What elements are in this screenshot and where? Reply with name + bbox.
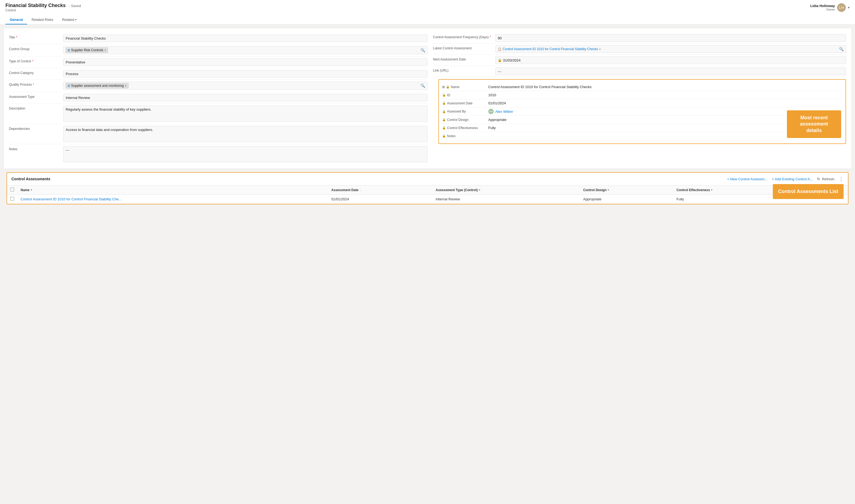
ca-annotation: Control Assessments List	[773, 184, 843, 199]
record-saved-status: - Saved	[69, 4, 81, 8]
field-quality-process: Quality Process * ⊞ Supplier assessment …	[9, 80, 427, 92]
table-header-assessment-type[interactable]: Assessment Type (Control) ▾	[432, 185, 580, 195]
refresh-button[interactable]: ↻ Refresh	[817, 177, 834, 181]
field-next-assessment: Next Assessment Date 🔒 31/03/2024	[433, 55, 846, 66]
ca-actions: + New Control Assessm... + Add Existing …	[727, 176, 843, 182]
dependencies-value[interactable]: Access to financial data and cooperation…	[63, 126, 427, 142]
description-label: Description	[9, 106, 63, 110]
latest-ca-tag-wrap: 📋 Control Assessment ID 1010 for Control…	[498, 47, 601, 51]
next-assessment-value[interactable]: 🔒 31/03/2024	[495, 56, 846, 64]
ap-row-assessment-date: 🔒 Assessment Date 01/01/2024	[442, 99, 842, 107]
control-group-value[interactable]: ⊞ Supplier Risk Controls × 🔍	[63, 46, 427, 54]
user-details: Lidia Holloway Owner	[810, 4, 835, 11]
control-category-value[interactable]: Process	[63, 70, 427, 77]
field-control-group: Control Group ⊞ Supplier Risk Controls ×…	[9, 44, 427, 56]
latest-ca-link[interactable]: Control Assessment ID 1010 for Control F…	[503, 47, 598, 51]
quality-process-remove[interactable]: ×	[125, 84, 126, 87]
ap-control-effectiveness-label: 🔒 Control Effectiveness	[442, 126, 488, 130]
record-type: Control	[5, 8, 81, 12]
tab-related-risks[interactable]: Related Risks	[27, 16, 57, 24]
ap-row-name: ⊞ 🔒 Name Control Assessment ID 1010 for …	[442, 83, 842, 91]
quality-process-tag-wrap: ⊞ Supplier assessment and monitoring ×	[66, 83, 129, 88]
control-group-remove[interactable]: ×	[104, 49, 106, 52]
form-left: Title * Financial Stability Checks Contr…	[9, 33, 427, 164]
next-assessment-label: Next Assessment Date	[433, 56, 495, 61]
search-icon[interactable]: 🔍	[421, 48, 425, 52]
notes-label: Notes	[9, 146, 63, 151]
refresh-icon: ↻	[817, 177, 820, 181]
record-title-row: Financial Stability Checks - Saved Contr…	[5, 3, 850, 13]
ap-assessed-by-label: 🔒 Assessed By	[442, 110, 488, 113]
ca-frequency-label: Control Assessment Frequency (Days) *	[433, 34, 495, 39]
ap-id-value: 1010	[488, 93, 842, 97]
select-all-checkbox[interactable]	[10, 187, 14, 192]
add-existing-control-assessment-button[interactable]: + Add Existing Control A...	[772, 177, 813, 181]
record-title: Financial Stability Checks	[5, 3, 66, 8]
control-group-tag-icon: ⊞	[68, 49, 70, 52]
control-group-tag-wrap: ⊞ Supplier Risk Controls ×	[66, 48, 108, 53]
required-star: *	[16, 36, 17, 39]
quality-process-value[interactable]: ⊞ Supplier assessment and monitoring × 🔍	[63, 82, 427, 90]
form-section: Title * Financial Stability Checks Contr…	[3, 28, 852, 169]
control-group-label: Control Group	[9, 46, 63, 51]
sort-type-icon: ▾	[479, 188, 480, 192]
form-right: Control Assessment Frequency (Days) * 90…	[427, 33, 846, 164]
title-block: Financial Stability Checks - Saved Contr…	[5, 3, 81, 12]
user-name: Lidia Holloway	[810, 4, 835, 8]
assessment-annotation: Most recent assessment details	[787, 110, 841, 138]
assessed-by-link[interactable]: Alex Wilber	[495, 110, 513, 113]
row-checkbox[interactable]	[10, 197, 14, 201]
field-ca-frequency: Control Assessment Frequency (Days) * 90	[433, 33, 846, 44]
link-url-value[interactable]: ---	[495, 68, 846, 75]
quality-process-tag-icon: ⊞	[68, 84, 70, 88]
field-latest-ca: Latest Control Assessment 📋 Control Asse…	[433, 44, 846, 55]
ap-control-design-label: 🔒 Control Design	[442, 118, 488, 122]
form-right-inner: Control Assessment Frequency (Days) * 90…	[427, 33, 846, 144]
ap-row-control-effectiveness: 🔒 Control Effectiveness Fully	[442, 124, 842, 132]
latest-ca-search-icon[interactable]: 🔍	[839, 47, 843, 51]
chevron-down-icon: ▾	[75, 18, 76, 21]
tab-related-label: Related	[62, 18, 74, 22]
tab-related[interactable]: Related ▾	[58, 16, 81, 24]
tab-general[interactable]: General	[5, 16, 27, 24]
ap-notes-label: 🔒 Notes	[442, 134, 488, 138]
control-assessments-wrap: Control Assessments + New Control Assess…	[3, 172, 852, 204]
quality-search-icon[interactable]: 🔍	[421, 84, 425, 88]
latest-ca-remove[interactable]: ×	[599, 48, 601, 51]
lock-icon-effectiveness: 🔒	[442, 126, 446, 130]
row-control-design-cell: Appropriate	[580, 195, 673, 204]
field-link-url: Link (URL) ---	[433, 66, 846, 77]
assessed-by-avatar: AW	[488, 109, 494, 114]
table-header-checkbox	[7, 185, 17, 195]
user-dropdown-icon[interactable]: ▾	[848, 6, 850, 10]
more-options-icon[interactable]: ⋮	[839, 176, 843, 182]
table-header-name[interactable]: Name ▾	[17, 185, 328, 195]
row-name-link[interactable]: Control Assessment ID 1010 for Control F…	[21, 197, 122, 201]
table-header-assessment-date[interactable]: Assessment Date ↓	[328, 185, 432, 195]
title-label: Title *	[9, 34, 63, 39]
field-description: Description Regularly assess the financi…	[9, 104, 427, 124]
assessment-type-value[interactable]: Internal Review	[63, 94, 427, 102]
field-title: Title * Financial Stability Checks	[9, 33, 427, 44]
user-info: Lidia Holloway Owner LH ▾	[810, 3, 850, 12]
latest-ca-value[interactable]: 📋 Control Assessment ID 1010 for Control…	[495, 45, 846, 53]
sort-date-icon: ↓	[359, 188, 361, 192]
row-checkbox-cell	[7, 195, 17, 204]
title-text: Financial Stability Checks	[66, 36, 106, 40]
notes-value[interactable]: ---	[63, 146, 427, 162]
required-star-2: *	[32, 59, 33, 63]
control-group-tag: ⊞ Supplier Risk Controls ×	[66, 48, 108, 53]
title-value[interactable]: Financial Stability Checks	[63, 34, 427, 42]
ap-assessment-date-label: 🔒 Assessment Date	[442, 102, 488, 105]
ap-name-label: ⊞ 🔒 Name	[442, 85, 488, 89]
new-control-assessment-button[interactable]: + New Control Assessm...	[727, 177, 768, 181]
latest-ca-label: Latest Control Assessment	[433, 45, 495, 50]
ca-frequency-value[interactable]: 90	[495, 34, 846, 42]
sort-name-icon: ▾	[31, 188, 32, 192]
description-value[interactable]: Regularly assess the financial stability…	[63, 106, 427, 122]
table-header-control-design[interactable]: Control Design ▾	[580, 185, 673, 195]
field-type-of-control: Type of Control * Preventative	[9, 56, 427, 68]
ap-name-value: Control Assessment ID 1010 for Control F…	[488, 85, 842, 89]
type-of-control-value[interactable]: Preventative	[63, 58, 427, 66]
ap-row-notes: 🔒 Notes	[442, 132, 842, 140]
